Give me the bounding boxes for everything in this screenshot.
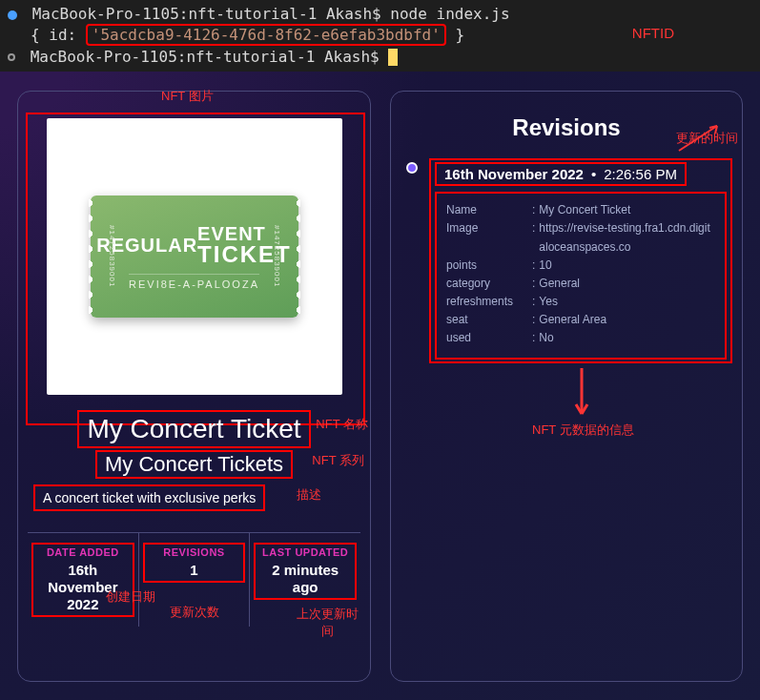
revision-field-colon: : (532, 275, 539, 293)
revision-field-row: points: 10 (446, 257, 715, 275)
ticket-graphic: #14725839001 #14725839001 REGULAR EVENT … (91, 196, 298, 318)
nft-detail-card: NFT 图片 #14725839001 #14725839001 REGULAR… (17, 91, 371, 682)
revision-field-row: seat: General Area (446, 311, 715, 329)
revision-metadata: Name: My Concert TicketImage: https://re… (435, 192, 727, 360)
terminal-output-suffix: } (456, 26, 465, 44)
terminal-prompt-1: MacBook-Pro-1105:nft-tutorial-1 Akash$ (32, 5, 381, 23)
stats-row: DATE ADDED 16th November 2022 创建日期 REVIS… (28, 532, 360, 627)
terminal-line-3: MacBook-Pro-1105:nft-tutorial-1 Akash$ (8, 47, 752, 68)
ticket-serial-right: #14725839001 (273, 225, 281, 287)
stat-last-updated: LAST UPDATED 2 minutes ago 上次更新时间 (250, 533, 360, 627)
arrow-down-icon (572, 366, 591, 423)
stat-revisions: REVISIONS 1 更新次数 (139, 533, 251, 627)
revision-field-key: Name (446, 201, 532, 219)
nft-description: A concert ticket with exclusive perks (33, 484, 265, 511)
nftid-annotation: NFTID (632, 23, 674, 43)
annotation-nft-name: NFT 名称 (316, 416, 368, 433)
revision-field-value: Yes (539, 293, 715, 311)
terminal-output-prefix: { id: (31, 26, 76, 44)
stat-revisions-value: 1 (147, 562, 242, 579)
revision-field-row: used: No (446, 329, 715, 347)
ticket-serial-left: #14725839001 (108, 225, 116, 287)
revision-field-key: points (446, 257, 532, 275)
annotation-metadata-info: NFT 元数据的信息 (532, 422, 634, 439)
revision-field-row: Image: https://revise-testing.fra1.cdn.d… (446, 219, 715, 256)
revision-field-colon: : (532, 311, 539, 329)
terminal-cursor-icon (388, 49, 398, 66)
revision-date: 16th November 2022 (441, 164, 587, 184)
nft-series: My Concert Tickets (95, 450, 293, 479)
terminal-prompt-2: MacBook-Pro-1105:nft-tutorial-1 Akash$ (31, 48, 380, 66)
ticket-subtitle: REVI8E-A-PALOOZA (129, 274, 259, 290)
revision-field-row: refreshments: Yes (446, 293, 715, 311)
revision-time: 2:26:56 PM (600, 164, 681, 184)
revision-field-row: Name: My Concert Ticket (446, 201, 715, 219)
revision-field-value: General Area (539, 311, 715, 329)
terminal-command: node index.js (390, 5, 509, 23)
nft-id-value: '5acdcba9-4126-476d-8f62-e6efab3bdbfd' (86, 24, 446, 46)
prompt-dot-icon (8, 10, 17, 20)
revision-field-key: category (446, 275, 532, 293)
terminal-output: MacBook-Pro-1105:nft-tutorial-1 Akash$ n… (0, 0, 760, 72)
stat-last-updated-value: 2 minutes ago (257, 562, 353, 596)
prompt-dot-outline-icon (8, 53, 15, 61)
revision-field-value: 10 (539, 257, 715, 275)
revision-field-row: category: General (446, 275, 715, 293)
annotation-description: 描述 (297, 486, 321, 504)
stat-date-added-label: DATE ADDED (35, 546, 131, 558)
revision-field-key: refreshments (446, 293, 532, 311)
revision-field-key: seat (446, 311, 532, 329)
revision-field-key: used (446, 329, 532, 347)
stat-date-added: DATE ADDED 16th November 2022 创建日期 (28, 533, 139, 627)
revisions-title: Revisions (401, 114, 732, 141)
stat-revisions-label: REVISIONS (147, 546, 242, 558)
annotation-nft-series: NFT 系列 (312, 452, 364, 469)
revision-field-colon: : (532, 293, 539, 311)
revision-time-sep: • (587, 164, 600, 184)
revision-entry: 16th November 2022 • 2:26:56 PM Name: My… (406, 158, 732, 363)
revision-field-colon: : (532, 201, 539, 219)
revision-field-colon: : (532, 329, 539, 347)
timeline-dot-icon (406, 162, 418, 174)
revision-field-value: My Concert Ticket (539, 201, 715, 219)
nft-image-area: #14725839001 #14725839001 REGULAR EVENT … (47, 118, 342, 395)
revision-field-colon: : (532, 257, 539, 275)
revision-field-value: No (539, 329, 715, 347)
stat-last-updated-label: LAST UPDATED (257, 546, 353, 558)
revision-field-value: General (539, 275, 715, 293)
annotation-nft-image: NFT 图片 (161, 88, 214, 105)
annotation-revisions-count: 更新次数 (170, 604, 219, 621)
dashboard: NFT 图片 #14725839001 #14725839001 REGULAR… (0, 72, 760, 700)
stat-date-added-value: 16th November 2022 (35, 562, 131, 613)
revision-field-key: Image (446, 219, 532, 256)
annotation-last-updated: 上次更新时间 (295, 606, 360, 640)
revision-field-colon: : (532, 219, 539, 256)
nft-name: My Concert Ticket (77, 410, 310, 448)
revision-field-value: https://revise-testing.fra1.cdn.digitalo… (539, 219, 715, 256)
revisions-card: Revisions 更新的时间 16th November 2022 • 2:2… (390, 91, 743, 682)
